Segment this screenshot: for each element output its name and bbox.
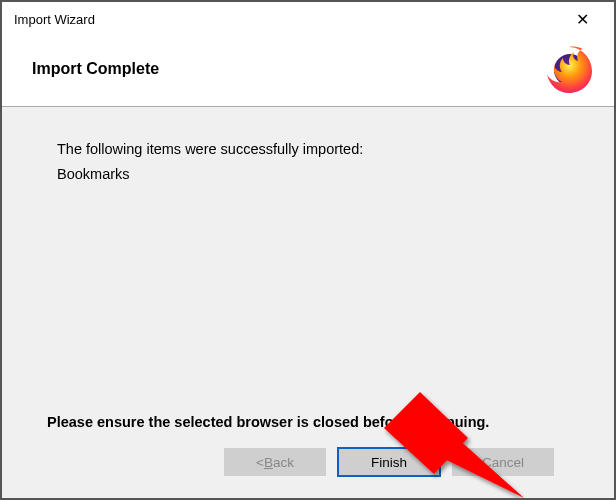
- cancel-button: Cancel: [452, 448, 554, 476]
- imported-item: Bookmarks: [57, 162, 564, 187]
- browser-close-warning: Please ensure the selected browser is cl…: [47, 414, 564, 430]
- wizard-content: The following items were successfully im…: [2, 107, 614, 498]
- back-button: < Back: [224, 448, 326, 476]
- wizard-button-row: < Back Finish Cancel: [57, 448, 564, 498]
- close-icon: ✕: [576, 10, 589, 29]
- firefox-logo-icon: [544, 44, 594, 94]
- close-button[interactable]: ✕: [562, 4, 602, 34]
- titlebar: Import Wizard ✕: [2, 2, 614, 36]
- page-title: Import Complete: [32, 60, 159, 78]
- window-title: Import Wizard: [14, 12, 95, 27]
- import-intro-text: The following items were successfully im…: [57, 137, 564, 162]
- finish-button[interactable]: Finish: [338, 448, 440, 476]
- wizard-header: Import Complete: [2, 36, 614, 107]
